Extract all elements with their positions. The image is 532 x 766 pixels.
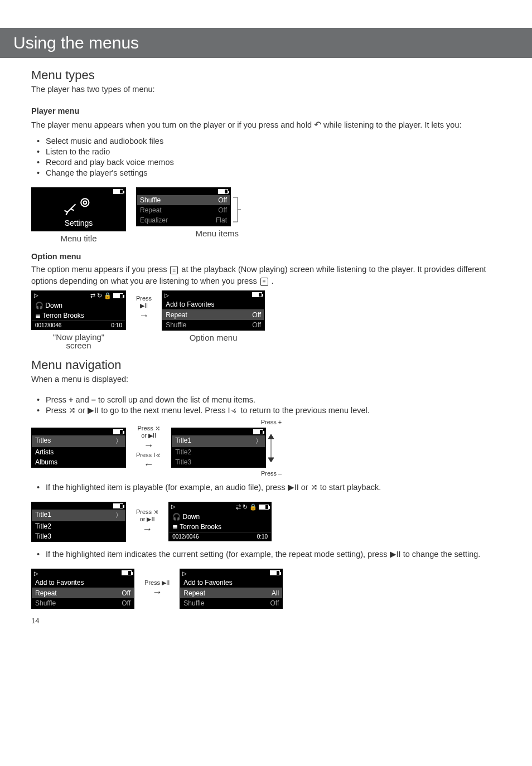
menu-types-heading: Menu types <box>31 68 501 83</box>
svg-point-0 <box>81 198 89 206</box>
undo-icon: ↶ <box>314 120 321 129</box>
nav-bullet-1: Press + and – to scroll up and down the … <box>31 395 501 404</box>
press-fwd-label: Press ⤭or ▶II <box>138 425 160 439</box>
press-play-label2: Press ▶II <box>144 579 170 586</box>
play-outline-icon: ▷ <box>165 292 169 298</box>
bullet-item: Record and play back voice memos <box>31 158 501 167</box>
battery-icon <box>122 570 132 575</box>
play-outline-icon: ▷ <box>171 503 176 511</box>
press-fwd-label2: Press ⤭or ▶II <box>136 508 158 523</box>
battery-icon <box>113 293 123 298</box>
play-outline-icon: ▷ <box>182 570 187 576</box>
lcd-settings-caption: Menu title <box>60 234 96 243</box>
repeat-icon: ↻ <box>97 292 102 299</box>
chevron-right-icon: 〉 <box>115 437 122 446</box>
menu-types-intro: The player has two types of menu: <box>31 84 501 95</box>
menu-nav-intro: When a menu is displayed: <box>31 374 501 385</box>
menu-list-icon: ≡ <box>170 266 178 274</box>
headphones-icon: 🎧 <box>35 302 43 309</box>
play-pause-icon: ▶II <box>288 483 299 492</box>
battery-icon <box>113 429 123 434</box>
arrow-right-icon <box>142 523 152 535</box>
press-play-label: Press▶II <box>136 295 152 309</box>
press-plus-label: Press + <box>261 419 282 425</box>
play-pause-icon: ▶II <box>88 406 99 415</box>
page-title: Using the menus <box>13 33 519 52</box>
option-menu-title: Option menu <box>31 251 501 263</box>
nav-bullet-3: If the highlighted item is playable (for… <box>31 483 501 492</box>
bullet-item: Change the player's settings <box>31 168 501 177</box>
lcd-titles: Title1〉 Title2 Title3 <box>31 502 126 542</box>
battery-icon <box>252 292 262 297</box>
lock-icon: 🔒 <box>249 503 257 511</box>
option-menu-desc: The option menu appears if you press ≡ a… <box>31 264 501 287</box>
press-back-label: Press I⪡ <box>136 452 161 459</box>
list-icon: ≣ <box>172 523 178 531</box>
play-outline-icon: ▷ <box>34 292 38 299</box>
lcd-setting-after: ▷ Add to Favorites RepeatAll ShuffleOff <box>180 569 283 609</box>
player-menu-desc: The player menu appears when you turn on… <box>31 118 501 131</box>
settings-graphic-icon <box>32 195 125 216</box>
svg-point-1 <box>84 201 87 205</box>
updown-arrow-icon <box>266 428 276 467</box>
shuffle-icon: ⇄ <box>236 503 241 511</box>
menu-list-icon: ≡ <box>260 278 268 286</box>
battery-icon <box>259 505 269 510</box>
arrow-right-icon <box>144 440 154 452</box>
lcd-now-playing-2: ▷ ⇄↻🔒 🎧 Down ≣ Terron Brooks 0012/00460:… <box>168 502 272 541</box>
battery-icon <box>270 570 280 575</box>
now-playing-caption2: screen <box>66 341 91 350</box>
lcd-setting-before: ▷ Add to Favorites RepeatOff ShuffleOff <box>31 569 134 609</box>
lcd-level1: Titles〉 Artists Albums <box>31 428 126 468</box>
battery-icon <box>113 503 123 508</box>
lcd-menu-items: ShuffleOff RepeatOff EqualizerFlat <box>136 187 231 226</box>
battery-icon <box>113 189 123 194</box>
lcd-settings: Settings <box>31 187 126 231</box>
battery-icon <box>253 429 263 434</box>
arrow-right-icon <box>139 310 149 322</box>
play-outline-icon: ▷ <box>34 570 38 576</box>
nav-bullet-4: If the highlighted item indicates the cu… <box>31 550 501 559</box>
bullet-item: Select music and audiobook files <box>31 137 501 146</box>
repeat-icon: ↻ <box>243 503 248 511</box>
lock-icon: 🔒 <box>104 292 112 299</box>
bullet-item: Listen to the radio <box>31 147 501 156</box>
battery-icon <box>218 189 228 194</box>
page-header: Using the menus <box>0 28 532 58</box>
list-icon: ≣ <box>35 312 41 319</box>
press-minus-label: Press – <box>261 470 282 477</box>
arrow-right-icon <box>152 586 162 598</box>
skip-fwd-icon: ⤮ <box>311 483 318 492</box>
lcd-menu-items-caption: Menu items <box>195 229 239 238</box>
lcd-settings-label: Settings <box>32 216 125 231</box>
skip-back-icon: I⪡ <box>228 406 238 415</box>
nav-bullet-2: Press ⤮ or ▶II to go to the next menu le… <box>31 406 501 415</box>
shuffle-icon: ⇄ <box>90 292 95 299</box>
play-pause-icon: ▶II <box>390 550 401 559</box>
headphones-icon: 🎧 <box>172 513 181 521</box>
player-menu-title: Player menu <box>31 105 501 117</box>
bracket-icon <box>231 187 242 226</box>
chevron-right-icon: 〉 <box>115 511 122 520</box>
lcd-now-playing: ▷ ⇄↻🔒 🎧 Down ≣ Terron Brooks 0012/00460:… <box>31 290 126 330</box>
lcd-option-menu: ▷ Add to Favorites RepeatOff ShuffleOff <box>162 290 265 331</box>
lcd-level2: Title1〉 Title2 Title3 <box>171 428 266 468</box>
skip-fwd-icon: ⤮ <box>69 406 76 415</box>
chevron-right-icon: 〉 <box>255 437 262 446</box>
menu-nav-heading: Menu navigation <box>31 358 501 372</box>
player-menu-bullets: Select music and audiobook files Listen … <box>31 137 501 177</box>
arrow-left-icon: ← <box>144 459 154 471</box>
option-menu-caption: Option menu <box>190 333 238 342</box>
page-number: 14 <box>31 617 532 625</box>
